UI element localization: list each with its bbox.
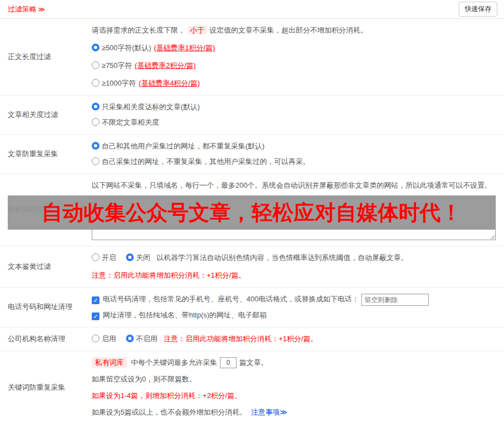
- radio-dedup-all-users[interactable]: [92, 142, 99, 150]
- check-icon: ✓: [92, 313, 99, 320]
- radio-company-on[interactable]: [92, 335, 99, 342]
- dedup-option-all-users[interactable]: 自己和其他用户采集过的网址，都不重复采集(默认): [92, 140, 496, 152]
- company-option-off[interactable]: 不启用: [126, 335, 158, 343]
- row-keyword-dedup: 关键词防重复采集 私有词库中每个关键词最多允许采集篇文章。 如果留空或设为0，则…: [0, 351, 504, 424]
- fee-note: (基础费率1积分/篇): [154, 44, 215, 52]
- radio-dedup-self-only[interactable]: [92, 157, 99, 165]
- row-content-length-filter: 正文长度过滤 请选择需求的正文长度下限，小于设定值的文章不采集，超出部分不增加积…: [0, 19, 504, 96]
- length-option-1000[interactable]: ≥1000字符(基础费率4积分/篇): [92, 77, 496, 89]
- option-text: 不启用: [136, 335, 158, 343]
- porn-option-on[interactable]: 开启: [92, 253, 116, 262]
- radio-500-chars[interactable]: [92, 44, 99, 51]
- row-porn-filter: 文本鉴黄过滤 开启 关闭 以机器学习算法自动识别色情内容，当色情概率达到系统阈值…: [0, 246, 504, 288]
- url-cleanup-line: ✓网址清理，包括纯域名、带http(s)的网址、电子邮箱: [92, 309, 496, 321]
- length-option-750[interactable]: ≥750字符(基础费率2积分/篇): [92, 60, 496, 72]
- option-text: ≥500字符(默认): [102, 44, 151, 52]
- option-text: 自己采集过的网址，不重复采集，其他用户采集过的，可以再采。: [102, 157, 310, 166]
- option-text: 只采集相关度达标的文章(默认): [102, 103, 200, 111]
- dedup-option-self-only[interactable]: 自己采集过的网址，不重复采集，其他用户采集过的，可以再采。: [92, 156, 496, 168]
- row-dedup-filter: 文章防重复采集 自己和其他用户采集过的网址，都不重复采集(默认) 自己采集过的网…: [0, 135, 504, 174]
- intro-pre: 请选择需求的正文长度下限，: [92, 26, 185, 34]
- url-cleanup-checkbox[interactable]: ✓: [92, 312, 99, 320]
- relevance-option-any[interactable]: 不限定文章相关度: [92, 116, 496, 129]
- row-company-cleanup: 公司机构名称清理 启用 不启用 注意：启用此功能将增加积分消耗：+1积分/篇。: [0, 327, 504, 351]
- quick-save-button[interactable]: 快速保存: [459, 2, 497, 17]
- watermark-text: 自动收集公众号文章，轻松应对自媒体时代！: [42, 199, 462, 227]
- phone-replace-input[interactable]: [361, 294, 429, 306]
- keyword-note-five-text: 如果设为5篇或以上，也不会额外增加积分消耗。: [92, 408, 246, 416]
- option-text: 开启: [102, 253, 116, 262]
- row-label-relevance: 文章相关度过滤: [0, 96, 92, 134]
- radio-relevance-any[interactable]: [92, 118, 99, 126]
- option-text: 启用: [102, 335, 116, 343]
- row-label-content-length: 正文长度过滤: [0, 19, 92, 95]
- keyword-limit-line: 私有词库中每个关键词最多允许采集篇文章。: [92, 357, 496, 369]
- radio-1000-chars[interactable]: [92, 79, 99, 87]
- double-chevron-icon: ≫: [38, 6, 45, 13]
- url-cleanup-text: 网址清理，包括纯域名、带http(s)的网址、电子邮箱: [103, 311, 267, 319]
- notice-link[interactable]: 注意事项≫: [251, 408, 287, 416]
- fee-note: (基础费率4积分/篇): [139, 79, 200, 87]
- radio-relevance-strict[interactable]: [92, 103, 99, 110]
- company-cleanup-options: 启用 不启用 注意：启用此功能将增加积分消耗：+1积分/篇。: [92, 333, 496, 345]
- company-cleanup-cost-note: 注意：启用此功能将增加积分消耗：+1积分/篇。: [164, 335, 317, 343]
- fee-note: (基础费率2积分/篇): [135, 61, 196, 70]
- option-text: ≥750字符: [102, 61, 132, 70]
- row-label-porn-filter: 文本鉴黄过滤: [0, 246, 92, 287]
- porn-filter-desc: 以机器学习算法自动识别色情内容，当色情概率达到系统阈值，自动屏蔽文章。: [156, 253, 408, 262]
- page-title-text: 过滤策略: [8, 5, 36, 13]
- keyword-note-cost: 如果设为1-4篇，则增加积分消耗：+2积分/篇。: [92, 390, 496, 402]
- porn-filter-options: 开启 关闭 以机器学习算法自动识别色情内容，当色情概率达到系统阈值，自动屏蔽文章…: [92, 252, 496, 264]
- radio-porn-on[interactable]: [92, 253, 99, 261]
- row-label-company-cleanup: 公司机构名称清理: [0, 327, 92, 351]
- check-icon: ✓: [92, 297, 99, 304]
- page-title[interactable]: 过滤策略≫: [8, 4, 45, 14]
- porn-filter-cost-note: 注意：启用此功能将增加积分消耗：+1积分/篇。: [92, 269, 496, 282]
- intro-post: 设定值的文章不采集，超出部分不增加积分消耗。: [209, 26, 368, 34]
- radio-750-chars[interactable]: [92, 61, 99, 69]
- keyword-note-five: 如果设为5篇或以上，也不会额外增加积分消耗。注意事项≫: [92, 406, 496, 418]
- option-text: 关闭: [136, 253, 150, 262]
- watermark-banner: 自动收集公众号文章，轻松应对自媒体时代！: [8, 195, 496, 230]
- radio-porn-off[interactable]: [126, 253, 134, 261]
- option-text: 不限定文章相关度: [102, 118, 159, 126]
- option-text: ≥1000字符: [102, 79, 136, 87]
- less-than-highlight: 小于: [188, 26, 207, 34]
- phone-cleanup-checkbox[interactable]: ✓: [92, 296, 99, 304]
- radio-company-off[interactable]: [126, 335, 134, 342]
- company-option-on[interactable]: 启用: [92, 335, 116, 343]
- keyword-limit-input[interactable]: [220, 357, 237, 368]
- keyword-limit-text: 中每个关键词最多允许采集: [131, 358, 217, 367]
- porn-option-off[interactable]: 关闭: [126, 253, 150, 262]
- top-toolbar: 过滤策略≫ 快速保存: [0, 0, 504, 19]
- length-option-500[interactable]: ≥500字符(默认)(基础费率1积分/篇): [92, 42, 496, 54]
- row-phone-url-cleanup: 电话号码和网址清理 ✓电话号码清理，包括常见的手机号、座机号、400电话格式，或…: [0, 288, 504, 327]
- row-relevance-filter: 文章相关度过滤 只采集相关度达标的文章(默认) 不限定文章相关度: [0, 96, 504, 135]
- relevance-option-strict[interactable]: 只采集相关度达标的文章(默认): [92, 101, 496, 113]
- option-text: 自己和其他用户采集过的网址，都不重复采集(默认): [102, 142, 265, 150]
- blocked-sites-desc: 以下网站不采集，只填域名，每行一个，最多200个。系统会自动识别并屏蔽那些非文章…: [92, 179, 496, 192]
- row-label-phone-url: 电话号码和网址清理: [0, 288, 92, 327]
- private-lexicon-badge: 私有词库: [92, 357, 127, 368]
- row-label-dedup: 文章防重复采集: [0, 135, 92, 173]
- phone-cleanup-text: 电话号码清理，包括常见的手机号、座机号、400电话格式，或替换成如下电话：: [103, 295, 359, 303]
- phone-cleanup-line: ✓电话号码清理，包括常见的手机号、座机号、400电话格式，或替换成如下电话：: [92, 293, 496, 306]
- keyword-note-zero: 如果留空或设为0，则不限篇数。: [92, 373, 496, 385]
- row-label-keyword-dedup: 关键词防重复采集: [0, 351, 92, 424]
- keyword-limit-text-end: 篇文章。: [239, 358, 268, 367]
- length-filter-intro: 请选择需求的正文长度下限，小于设定值的文章不采集，超出部分不增加积分消耗。: [92, 24, 496, 36]
